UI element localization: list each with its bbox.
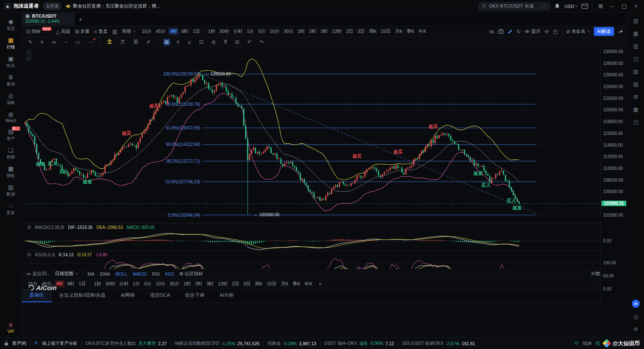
brush-icon[interactable]: ✐ xyxy=(145,39,152,46)
drawings-expand-icon[interactable]: » xyxy=(26,49,32,55)
draw-more-icon[interactable]: ⋯ xyxy=(87,39,94,46)
delete-drawing-icon[interactable]: ⊟ xyxy=(234,39,240,46)
macd-chart-canvas[interactable] xyxy=(24,231,600,251)
macd-visibility-icon[interactable]: ⊙ xyxy=(27,225,31,230)
timeframe-月K[interactable]: 月K xyxy=(393,28,404,35)
indicator-toggle-MA[interactable]: MA xyxy=(88,271,95,277)
axis-option-对数[interactable]: 对数 xyxy=(591,271,600,277)
timeframe-季K[interactable]: 季K xyxy=(405,28,416,35)
timeframe-1秒[interactable]: 1秒 xyxy=(206,28,217,35)
sidebar-item-flash-news[interactable]: ▣快讯 xyxy=(7,56,15,69)
panel-divider[interactable] xyxy=(22,251,627,251)
timeframe-8时[interactable]: 8时 xyxy=(179,28,190,35)
ticker-item[interactable]: OKX-BTC多空持仓人数比主力看空2.27 xyxy=(86,341,167,346)
replay-button[interactable]: «复盘 xyxy=(94,28,108,35)
timeframe-8时[interactable]: 8时 xyxy=(66,280,76,287)
draw-trendline-icon[interactable]: − xyxy=(63,39,69,46)
sidebar-item-home[interactable]: ◉首页 xyxy=(7,19,15,32)
undo-icon[interactable]: ↶ xyxy=(246,39,253,46)
hide-drawings-icon[interactable]: ⊘ xyxy=(210,39,217,46)
timeframe-3日[interactable]: 3日 xyxy=(356,28,366,35)
magnet-icon[interactable]: ∪ xyxy=(186,39,192,46)
sidebar-item-strategy[interactable]: ◎策略 xyxy=(7,93,15,106)
timeframe-30分[interactable]: 30分 xyxy=(168,280,181,287)
sidebar-item-data[interactable]: ▥数据 xyxy=(7,184,15,197)
close-timeframe-icon[interactable]: × xyxy=(319,282,322,287)
layout-toggle-icon[interactable]: ⊞ xyxy=(597,3,604,9)
indicator-toggle-KDJ[interactable]: KDJ xyxy=(165,271,174,277)
bottom-tab-AI分析[interactable]: AI分析 xyxy=(212,289,242,302)
messages-mail-icon[interactable] xyxy=(582,4,588,9)
ticker-item[interactable]: 伦敦金-0.28%3,987.13 xyxy=(267,341,316,346)
search-box[interactable]: OKX BTC/USDT 永续 / xyxy=(478,2,550,11)
lock-icon[interactable] xyxy=(4,341,8,346)
compare-icon[interactable]: ⊞ xyxy=(633,94,638,100)
draw-list-icon[interactable]: ≔ xyxy=(50,39,58,46)
kdj-visibility-icon[interactable]: ⊙ xyxy=(27,252,31,257)
date-range-button[interactable]: 日期范围∨ xyxy=(55,271,78,277)
timeframe-周K[interactable]: 周K xyxy=(253,280,264,287)
ai-analysis-button[interactable]: AI解读 xyxy=(594,27,614,36)
bottom-tab-AI网格[interactable]: AI网格 xyxy=(113,289,142,302)
asset-analysis-link[interactable]: 链上链下资产分析 xyxy=(42,341,77,346)
text-tool-icon[interactable]: ⊡ xyxy=(198,39,205,46)
refresh-icon[interactable]: ↻ xyxy=(516,29,521,34)
timeframe-12时[interactable]: 12时 xyxy=(216,280,229,287)
minimize-button[interactable]: – xyxy=(609,3,616,9)
price-axis[interactable]: 102000.00104000.00106000.00108000.001100… xyxy=(600,47,627,303)
draw-rect-icon[interactable]: ▭ xyxy=(74,39,81,46)
sidebar-item-auth[interactable]: ▩授权 xyxy=(7,166,15,179)
measure-icon[interactable]: # xyxy=(176,39,181,46)
alert-icon[interactable]: ▩ xyxy=(633,106,638,113)
edit-pencil-icon[interactable]: ✎ xyxy=(35,341,38,346)
close-button[interactable]: × xyxy=(632,3,640,9)
timeframe-2日[interactable]: 2日 xyxy=(230,280,241,287)
timeframe-30秒[interactable]: 30秒 xyxy=(218,28,231,35)
kline-list-icon[interactable]: ▥ xyxy=(633,43,638,49)
sidebar-item-assets[interactable]: ▤链上资产 xyxy=(7,129,15,142)
indicator-toggle-MACD[interactable]: MACD xyxy=(133,271,147,277)
timeframe-5分[interactable]: 5分 xyxy=(142,280,153,287)
locate-button[interactable]: ≔定位到... xyxy=(26,271,50,277)
heatmap-icon[interactable]: ▨ xyxy=(633,81,638,87)
timeframe-15日[interactable]: 15日 xyxy=(379,28,392,35)
panel-layout-icon[interactable]: ▤ xyxy=(633,18,638,24)
timeframe-季K[interactable]: 季K xyxy=(291,280,302,287)
ai-assistant-icon[interactable]: AI xyxy=(632,300,640,308)
timeframe-12时[interactable]: 12时 xyxy=(330,28,343,35)
timeframe-1分[interactable]: 1分 xyxy=(245,28,256,35)
maximize-button[interactable]: ▢ xyxy=(620,3,628,9)
timeframe-2日[interactable]: 2日 xyxy=(344,28,355,35)
help-icon[interactable]: ◎ xyxy=(633,314,638,320)
advanced-button[interactable]: △高级 xyxy=(56,28,70,35)
timeframe-周K[interactable]: 周K xyxy=(367,28,378,35)
timeframe-1时[interactable]: 1时 xyxy=(296,28,307,35)
timeframe-1日[interactable]: 1日 xyxy=(77,280,88,287)
timeframe-年K[interactable]: 年K xyxy=(417,28,428,35)
sidebar-item-chat[interactable]: ❏群聊 xyxy=(7,147,15,160)
draw-lines-icon[interactable]: ≡ xyxy=(39,39,45,46)
timeframe-1秒[interactable]: 1秒 xyxy=(92,280,103,287)
multiwindow-button[interactable]: ⊞多窗 xyxy=(75,28,90,35)
filter-icon[interactable]: ∇ xyxy=(222,39,228,46)
notes-icon[interactable]: ◳ xyxy=(633,119,638,125)
settings-gear-icon[interactable] xyxy=(544,29,549,34)
draw-mode-pencil-icon[interactable] xyxy=(508,29,513,34)
timeframe-3时[interactable]: 3时 xyxy=(319,28,329,35)
add-tab-button[interactable]: + xyxy=(75,13,86,26)
indicator-toggle-BOLL[interactable]: BOLL xyxy=(115,271,127,277)
volume-profile-icon[interactable]: ▥ xyxy=(112,29,117,34)
depth-chart-icon[interactable]: ◫ xyxy=(633,56,638,62)
clone-drawing-icon[interactable]: ⊞ xyxy=(163,39,170,46)
period-selector[interactable]: 周期∨ xyxy=(122,28,136,35)
timeframe-1时[interactable]: 1时 xyxy=(182,280,192,287)
app-logo[interactable]: ▲ 泡沫追逐者 xyxy=(4,3,39,10)
timeframe-4时[interactable]: 4时 xyxy=(168,28,179,35)
timeframe-1分[interactable]: 1分 xyxy=(131,280,142,287)
large-chart-label[interactable]: 大 xyxy=(119,38,126,46)
timeframe-10分[interactable]: 10分 xyxy=(268,28,281,35)
indicator-toggle-EMA[interactable]: EMA xyxy=(100,271,110,277)
sidebar-item-vip[interactable]: ♕VIP xyxy=(7,322,14,334)
share-icon[interactable] xyxy=(618,29,623,34)
timeframe-月K[interactable]: 月K xyxy=(279,280,290,287)
